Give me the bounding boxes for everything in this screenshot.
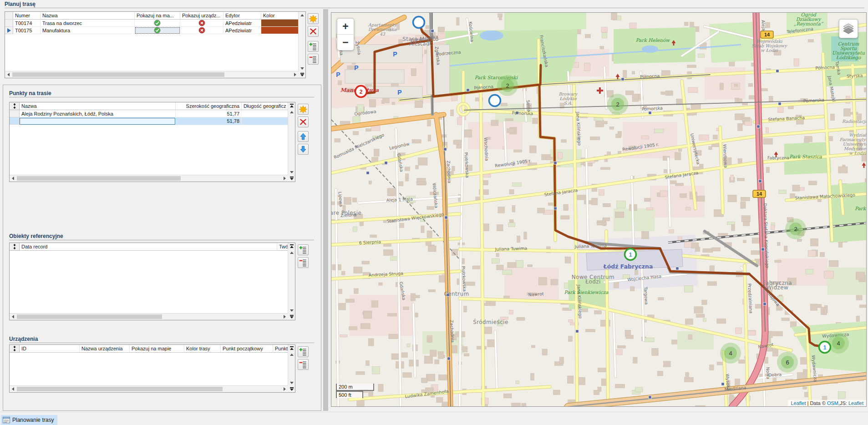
routes-header-pokazuj-urz[interactable]: Pokazuj urządz... [180,12,223,20]
routes-header-indicator[interactable] [5,12,13,20]
scroll-to-top-icon[interactable] [288,102,295,109]
sort-icon[interactable] [10,243,20,251]
cell-nazwa[interactable]: Trasa na dworzec [41,20,135,27]
devices-header-nazwa[interactable]: Nazwa urządzenia [80,345,130,353]
scroll-left-icon[interactable] [5,71,12,78]
devices-header-punkt-p[interactable]: Punkt początkowy [221,345,273,353]
sort-icon[interactable] [10,345,20,353]
cell-szerokosc[interactable]: 51,77 [176,110,242,117]
new-route-button[interactable] [308,13,319,24]
devices-header-pokazuj[interactable]: Pokazuj na mapie [130,345,184,353]
table-row[interactable]: Aleja Rodziny Poznańskich, Łódź, Polska … [10,110,288,117]
devices-header-punkt-k[interactable]: Punkt końco [273,345,288,353]
layers-control[interactable] [839,19,858,38]
marker-cluster[interactable]: 2 [497,75,518,96]
cell-numer[interactable]: T00174 [13,20,41,27]
scroll-down-icon[interactable] [299,65,305,71]
table-row[interactable]: T00174 Trasa na dworzec APedziwiatr [5,20,299,27]
scroll-to-bottom-icon[interactable] [288,386,295,392]
scroll-down-icon[interactable] [288,169,295,175]
scroll-up-icon[interactable] [288,351,295,358]
scroll-to-bottom-icon[interactable] [288,175,295,182]
zoom-control[interactable]: + − [337,18,354,51]
routes-hscrollbar[interactable] [5,71,299,78]
scroll-right-icon[interactable] [281,175,288,182]
table-row-selected[interactable]: T00175 Manufaktura APedziwiatr [5,27,299,34]
routes-header-edytor[interactable]: Edytor [223,12,261,20]
zoom-in-button[interactable]: + [337,19,354,35]
scroll-down-icon[interactable] [288,307,295,314]
scroll-left-icon[interactable] [10,175,16,182]
cell-pokazuj-mapa-focused[interactable] [135,27,180,34]
scroll-up-icon[interactable] [288,249,295,256]
hscroll-thumb[interactable] [17,387,223,391]
marker-cluster[interactable]: 4 [828,333,849,354]
panel-splitter[interactable] [323,9,328,411]
scroll-up-icon[interactable] [288,109,295,115]
tab-planowanie-trasy[interactable]: Planowanie trasy [1,415,57,425]
devices-vscrollbar[interactable] [288,345,295,386]
delete-point-button[interactable] [298,116,309,127]
devices-header-id[interactable]: ID [20,345,80,353]
scroll-up-icon[interactable] [299,12,305,18]
refs-header-record[interactable]: Data record [20,243,277,251]
points-hscrollbar[interactable] [10,175,288,182]
points-header-dlugosc[interactable]: Długość geograficz [242,102,288,110]
marker-cluster[interactable]: 2 [607,94,628,115]
cell-kolor[interactable] [261,27,299,34]
cell-pokazuj-mapa[interactable] [135,20,180,27]
route-endpoint-marker[interactable]: 1 [625,249,636,260]
scroll-left-icon[interactable] [10,386,16,392]
hscroll-thumb[interactable] [12,72,224,77]
cell-dlugosc[interactable] [242,117,288,125]
remove-device-button[interactable] [298,359,309,370]
scroll-down-icon[interactable] [288,379,295,386]
scroll-right-icon[interactable] [281,386,288,392]
remove-record-button[interactable] [308,54,319,65]
add-record-button[interactable] [308,41,319,52]
waypoint-marker[interactable] [413,17,425,28]
marker-cluster[interactable]: 6 [777,352,798,373]
waypoint-marker[interactable] [489,95,501,106]
cell-numer[interactable]: T00175 [13,27,41,34]
remove-reference-button[interactable] [298,257,309,268]
add-reference-button[interactable] [298,244,309,255]
zoom-out-button[interactable]: − [337,35,354,50]
refs-vscrollbar[interactable] [288,243,295,314]
routes-header-kolor[interactable]: Kolor [261,12,299,20]
refs-header-tworca[interactable]: Twó [277,243,288,251]
marker-cluster[interactable]: 4 [720,343,741,364]
routes-header-numer[interactable]: Numer [13,12,41,20]
delete-route-button[interactable] [308,26,319,37]
cell-dlugosc[interactable] [242,110,288,117]
cell-nazwa[interactable]: Manufaktura [41,27,135,34]
points-vscrollbar[interactable] [288,102,295,175]
points-header-szerokosc[interactable]: Szerokość geograficzna [176,102,242,110]
cell-pokazuj-urz[interactable] [180,27,223,34]
osm-link[interactable]: OSM [827,400,838,406]
cell-edytor[interactable]: APedziwiatr [223,27,261,34]
cell-kolor[interactable] [261,20,299,27]
scroll-to-top-icon[interactable] [288,345,295,351]
scroll-right-icon[interactable] [292,71,299,78]
devices-hscrollbar[interactable] [10,385,288,392]
route-endpoint-marker[interactable]: 2 [355,86,367,97]
hscroll-thumb[interactable] [17,314,162,319]
routes-header-nazwa[interactable]: Nazwa [41,12,135,20]
marker-cluster[interactable]: 2 [785,218,806,239]
scroll-right-icon[interactable] [281,314,288,320]
cell-nazwa-editing[interactable] [20,117,176,125]
cell-pokazuj-urz[interactable] [180,20,223,27]
scroll-to-bottom-icon[interactable] [299,71,305,78]
route-endpoint-marker[interactable]: 1 [819,342,831,353]
scroll-left-icon[interactable] [10,314,16,320]
cell-nazwa[interactable]: Aleja Rodziny Poznańskich, Łódź, Polska [20,110,176,117]
scroll-to-bottom-icon[interactable] [288,314,295,320]
add-device-button[interactable] [298,346,309,357]
map-container[interactable]: PPPP OgrodowaDrewnowskaPodrzecznaPółnocn… [331,12,867,407]
devices-header-kolor[interactable]: Kolor trasy [184,345,221,353]
leaflet-link-2[interactable]: Leaflet [848,400,863,406]
map-canvas[interactable]: PPPP OgrodowaDrewnowskaPodrzecznaPółnocn… [331,13,867,407]
cell-szerokosc[interactable]: 51,78 [176,117,242,125]
refs-hscrollbar[interactable] [10,313,288,320]
